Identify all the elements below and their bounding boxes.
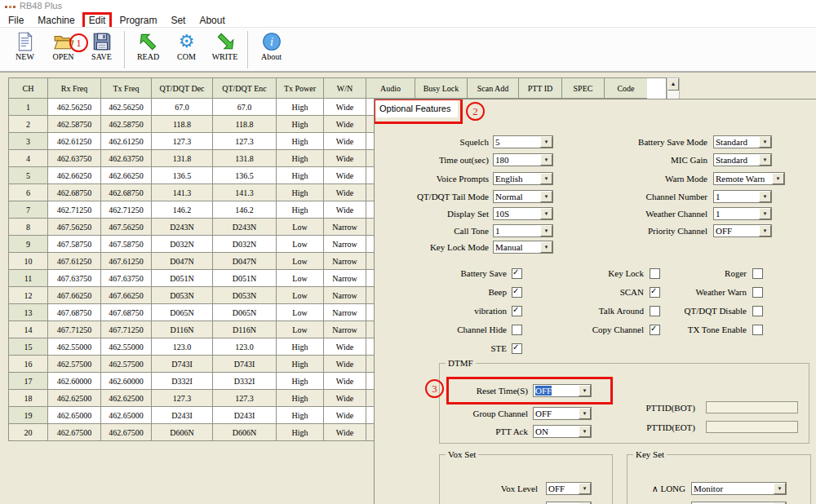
- weather-channel-select[interactable]: 1▼: [713, 207, 772, 220]
- cell-tx-freq[interactable]: 462.62500: [101, 390, 152, 407]
- cell-ch[interactable]: 11: [9, 270, 48, 287]
- cell-w-n[interactable]: Wide: [324, 407, 366, 424]
- cell-tx-freq[interactable]: 467.68750: [101, 304, 152, 321]
- new-button[interactable]: NEW: [6, 31, 44, 70]
- cell-qt-dqt-enc[interactable]: D047N: [213, 253, 277, 270]
- cell-tx-freq[interactable]: 462.55000: [101, 338, 152, 356]
- cell-qt-dqt-dec[interactable]: D243I: [152, 407, 213, 424]
- cell-tx-power[interactable]: High: [277, 99, 324, 116]
- cell-qt-dqt-dec[interactable]: 127.3: [152, 390, 213, 407]
- cell-w-n[interactable]: Wide: [324, 150, 366, 167]
- cell-rx-freq[interactable]: 462.63750: [48, 150, 101, 167]
- cell-rx-freq[interactable]: 467.58750: [48, 236, 101, 253]
- cell-qt-dqt-enc[interactable]: D243I: [213, 407, 277, 424]
- cell-w-n[interactable]: Narrow: [324, 236, 366, 253]
- cell-w-n[interactable]: Wide: [324, 184, 366, 201]
- cell-rx-freq[interactable]: 462.71250: [48, 201, 101, 219]
- cell-ch[interactable]: 6: [9, 184, 48, 201]
- cell-qt-dqt-enc[interactable]: 127.3: [213, 133, 277, 150]
- cell-tx-freq[interactable]: 462.68750: [101, 184, 152, 201]
- cell-w-n[interactable]: Wide: [324, 201, 366, 219]
- cell-ch[interactable]: 12: [9, 287, 48, 304]
- cell-tx-power[interactable]: Low: [277, 253, 324, 270]
- cell-tx-freq[interactable]: 467.61250: [101, 253, 152, 270]
- cell-w-n[interactable]: Wide: [324, 356, 366, 373]
- cell-tx-freq[interactable]: 467.58750: [101, 236, 152, 253]
- cell-qt-dqt-dec[interactable]: D332I: [152, 373, 213, 390]
- save-button[interactable]: SAVE: [82, 31, 121, 70]
- cell-w-n[interactable]: Wide: [324, 116, 366, 133]
- cell-ch[interactable]: 3: [9, 133, 48, 150]
- com-button[interactable]: ⚙ COM: [167, 31, 206, 70]
- tx-tone-enable-checkbox[interactable]: [752, 325, 763, 335]
- cell-qt-dqt-dec[interactable]: 136.5: [152, 167, 213, 184]
- cell-tx-freq[interactable]: 462.56250: [101, 99, 152, 116]
- cell-rx-freq[interactable]: 467.66250: [48, 287, 101, 304]
- cell-qt-dqt-enc[interactable]: D065N: [213, 304, 277, 321]
- menu-item-program[interactable]: Program: [118, 15, 158, 26]
- cell-qt-dqt-dec[interactable]: D032N: [152, 236, 213, 253]
- cell-qt-dqt-enc[interactable]: D243N: [213, 219, 277, 236]
- cell-rx-freq[interactable]: 462.66250: [48, 167, 101, 184]
- weather-warn-checkbox[interactable]: [752, 287, 763, 298]
- cell-tx-power[interactable]: High: [277, 184, 324, 201]
- cell-tx-freq[interactable]: 467.71250: [101, 321, 152, 338]
- cell-rx-freq[interactable]: 462.62500: [48, 390, 101, 407]
- menu-item-edit[interactable]: Edit: [87, 15, 108, 26]
- cell-w-n[interactable]: Wide: [324, 99, 366, 116]
- cell-qt-dqt-dec[interactable]: D243N: [152, 219, 213, 236]
- cell-tx-power[interactable]: High: [277, 390, 324, 407]
- cell-qt-dqt-enc[interactable]: D051N: [213, 270, 277, 287]
- cell-tx-power[interactable]: High: [277, 150, 324, 167]
- cell-w-n[interactable]: Narrow: [324, 321, 366, 338]
- cell-ch[interactable]: 4: [9, 150, 48, 167]
- cell-w-n[interactable]: Narrow: [324, 304, 366, 321]
- cell-qt-dqt-dec[interactable]: 131.8: [152, 150, 213, 167]
- cell-ch[interactable]: 17: [9, 373, 48, 390]
- cell-ch[interactable]: 15: [9, 338, 48, 356]
- roger-checkbox[interactable]: [752, 268, 763, 279]
- long-select[interactable]: Monitor▼: [691, 482, 787, 495]
- cell-tx-power[interactable]: Low: [277, 304, 324, 321]
- cell-tx-freq[interactable]: 462.61250: [101, 133, 152, 150]
- cell-qt-dqt-enc[interactable]: 127.3: [213, 390, 277, 407]
- cell-qt-dqt-dec[interactable]: 146.2: [152, 201, 213, 219]
- cell-ch[interactable]: 19: [9, 407, 48, 424]
- cell-w-n[interactable]: Narrow: [324, 287, 366, 304]
- cell-rx-freq[interactable]: 462.58750: [48, 116, 101, 133]
- cell-w-n[interactable]: Narrow: [324, 253, 366, 270]
- cell-qt-dqt-dec[interactable]: D051N: [152, 270, 213, 287]
- cell-tx-freq[interactable]: 462.65000: [101, 407, 152, 424]
- cell-rx-freq[interactable]: 467.71250: [48, 321, 101, 338]
- cell-ch[interactable]: 7: [9, 201, 48, 219]
- cell-w-n[interactable]: Narrow: [324, 270, 366, 287]
- cell-w-n[interactable]: Wide: [324, 424, 366, 441]
- cell-qt-dqt-dec[interactable]: D047N: [152, 253, 213, 270]
- optional-features-tab[interactable]: Optional Features: [375, 100, 458, 117]
- cell-qt-dqt-enc[interactable]: 131.8: [213, 150, 277, 167]
- cell-qt-dqt-dec[interactable]: 127.3: [152, 133, 213, 150]
- cell-tx-freq[interactable]: 462.66250: [101, 167, 152, 184]
- cell-qt-dqt-enc[interactable]: 118.8: [213, 116, 277, 133]
- open-button[interactable]: OPEN: [44, 31, 82, 70]
- cell-tx-power[interactable]: High: [277, 133, 324, 150]
- cell-tx-power[interactable]: Low: [277, 270, 324, 287]
- cell-tx-power[interactable]: High: [277, 116, 324, 133]
- cell-w-n[interactable]: Wide: [324, 373, 366, 390]
- cell-qt-dqt-dec[interactable]: D065N: [152, 304, 213, 321]
- cell-qt-dqt-enc[interactable]: 67.0: [213, 99, 277, 116]
- cell-qt-dqt-enc[interactable]: 141.3: [213, 184, 277, 201]
- cell-rx-freq[interactable]: 462.68750: [48, 184, 101, 201]
- cell-tx-power[interactable]: High: [277, 201, 324, 219]
- pttid-eot-input[interactable]: [706, 421, 798, 433]
- cell-tx-power[interactable]: High: [277, 373, 324, 390]
- cell-qt-dqt-enc[interactable]: D053N: [213, 287, 277, 304]
- cell-tx-freq[interactable]: 467.56250: [101, 219, 152, 236]
- cell-ch[interactable]: 20: [9, 424, 48, 441]
- cell-ch[interactable]: 8: [9, 219, 48, 236]
- menu-item-file[interactable]: File: [7, 15, 25, 26]
- cell-rx-freq[interactable]: 462.65000: [48, 407, 101, 424]
- cell-rx-freq[interactable]: 462.56250: [48, 99, 101, 116]
- cell-ch[interactable]: 13: [9, 304, 48, 321]
- cell-tx-freq[interactable]: 462.57500: [101, 356, 152, 373]
